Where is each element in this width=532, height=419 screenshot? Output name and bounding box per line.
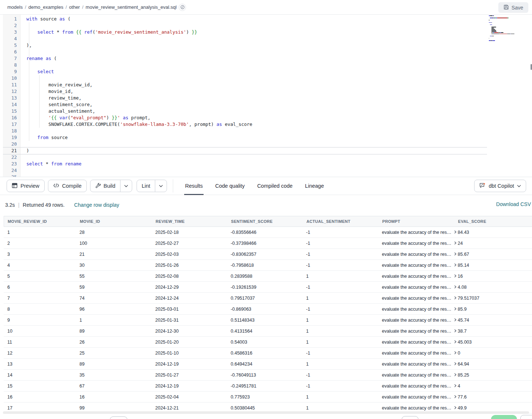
table-row: 6592024-12-29-0.19261539-1evaluate the a… [4, 282, 532, 293]
preview-button[interactable]: Preview [7, 180, 45, 192]
table-cell: 1 [306, 296, 382, 301]
expand-prompt-icon[interactable] [454, 241, 457, 246]
expand-prompt-icon[interactable] [454, 351, 457, 356]
breadcrumb-item[interactable]: other [69, 4, 80, 10]
table-cell: -0.83062357 [231, 252, 306, 257]
file-action-icon[interactable] [179, 4, 186, 11]
top-bar: models/demo_examples/other/movie_review_… [0, 0, 532, 15]
table-row: 912025-01-310.511483431evaluate the accu… [4, 315, 532, 326]
expand-prompt-icon[interactable] [454, 373, 457, 378]
line-number: 23 [3, 161, 21, 167]
table-cell: 30 [79, 263, 155, 268]
prompt-preview-text: evaluate the accuracy of the res… [382, 405, 451, 411]
tab-code-quality[interactable]: Code quality [215, 177, 245, 195]
code-text: ), [21, 42, 32, 49]
expand-prompt-icon[interactable] [454, 274, 457, 279]
code-text [21, 154, 26, 161]
expand-prompt-icon[interactable] [454, 362, 457, 367]
table-row: 5552025-02-080.28395881evaluate the accu… [4, 271, 532, 282]
table-cell: 1 [306, 362, 382, 367]
table-cell: 2025-01-26 [155, 263, 231, 268]
code-text: rename as ( [21, 55, 57, 62]
column-header-actual_sentiment[interactable]: ACTUAL_SENTIMENT [306, 219, 382, 224]
expand-prompt-icon[interactable] [454, 285, 457, 290]
expand-prompt-icon[interactable] [454, 329, 457, 334]
lint-dropdown-caret[interactable] [155, 180, 167, 192]
table-cell: 38.7 [458, 329, 532, 334]
table-cell: -0.83556646 [231, 230, 306, 235]
table-cell: -1 [306, 252, 382, 257]
column-header-eval_score[interactable]: EVAL_SCORE [458, 219, 532, 224]
dbt-copilot-button[interactable]: dbt Copilot [474, 180, 526, 192]
table-cell: 0.51148343 [231, 318, 306, 323]
compile-button-label: Compile [62, 183, 82, 189]
table-cell: 1 [306, 340, 382, 345]
indent-guide [39, 75, 40, 128]
prompt-preview-text: evaluate the accuracy of the res… [382, 230, 451, 235]
partial-button[interactable] [110, 416, 127, 419]
line-number: 7 [3, 55, 21, 62]
table-cell: 85.14 [458, 263, 532, 268]
breadcrumb-separator: / [66, 4, 67, 10]
expand-prompt-icon[interactable] [454, 296, 457, 301]
prompt-preview-text: evaluate the accuracy of the res… [382, 296, 451, 301]
partial-button[interactable] [402, 416, 418, 419]
build-dropdown-caret[interactable] [120, 180, 132, 192]
change-row-display-link[interactable]: Change row display [74, 202, 119, 208]
line-number: 22 [3, 154, 21, 161]
line-number: 10 [3, 75, 21, 82]
code-line: 24 [3, 167, 530, 174]
expand-prompt-icon[interactable] [454, 405, 457, 411]
table-cell: 6 [4, 285, 79, 290]
column-header-sentiment_score[interactable]: SENTIMENT_SCORE [231, 219, 306, 224]
breadcrumb-item[interactable]: models [7, 4, 23, 10]
table-cell: -1 [306, 307, 382, 312]
table-cell: 4 [458, 384, 532, 389]
build-button[interactable]: Build [90, 180, 120, 192]
download-csv-link[interactable]: Download CSV [496, 201, 531, 207]
expand-prompt-icon[interactable] [454, 252, 457, 257]
table-cell: 67 [79, 384, 155, 389]
table-cell: 0 [458, 351, 532, 356]
expand-prompt-icon[interactable] [454, 230, 457, 235]
table-row: 21002025-02-27-0.37398466-1evaluate the … [4, 238, 532, 249]
column-header-prompt[interactable]: PROMPT [382, 219, 458, 224]
table-cell: 21 [79, 252, 155, 257]
expand-prompt-icon[interactable] [454, 263, 457, 268]
prompt-preview-text: evaluate the accuracy of the res… [382, 362, 451, 367]
code-brackets-icon [53, 183, 59, 189]
line-number: 9 [3, 68, 21, 75]
table-cell: 2025-02-18 [155, 230, 231, 235]
partial-green-button[interactable] [491, 415, 517, 419]
expand-prompt-icon[interactable] [454, 307, 457, 312]
code-text: from source [21, 134, 68, 141]
copilot-dropdown-caret[interactable] [517, 185, 521, 187]
expand-prompt-icon[interactable] [454, 384, 457, 389]
table-cell: 12 [4, 351, 79, 356]
tab-results[interactable]: Results [185, 177, 202, 195]
expand-prompt-icon[interactable] [454, 340, 457, 345]
breadcrumb-item[interactable]: movie_review_sentiment_analysis_eval.sql [86, 4, 177, 10]
breadcrumb: models/demo_examples/other/movie_review_… [7, 4, 176, 10]
editor-vertical-scrollbar[interactable] [531, 64, 532, 70]
table-cell: 8 [4, 307, 79, 312]
partial-button[interactable] [520, 415, 532, 419]
column-header-movie_review_id[interactable]: MOVIE_REVIEW_ID [4, 219, 80, 224]
table-cell: 28 [79, 230, 155, 235]
tab-lineage[interactable]: Lineage [305, 177, 324, 195]
tab-compiled-code[interactable]: Compiled code [257, 177, 293, 195]
expand-prompt-icon[interactable] [454, 318, 457, 323]
expand-prompt-icon[interactable] [454, 394, 457, 400]
breadcrumb-item[interactable]: demo_examples [29, 4, 63, 10]
editor-minimap[interactable] [489, 15, 530, 44]
compile-button[interactable]: Compile [48, 180, 87, 192]
lint-button[interactable]: Lint [137, 180, 155, 192]
table-cell: 15 [4, 384, 79, 389]
column-header-movie_id[interactable]: MOVIE_ID [80, 219, 156, 224]
toolbar-divider [173, 179, 173, 192]
save-button[interactable]: Save [498, 2, 528, 13]
horizontal-scrollbar[interactable] [3, 411, 529, 414]
column-header-review_time[interactable]: REVIEW_TIME [156, 219, 231, 224]
query-status-bar: 3.2s | Returned 49 rows. Change row disp… [0, 195, 532, 214]
sql-code-editor[interactable]: 1with source as (23 select * from {{ ref… [3, 15, 530, 177]
